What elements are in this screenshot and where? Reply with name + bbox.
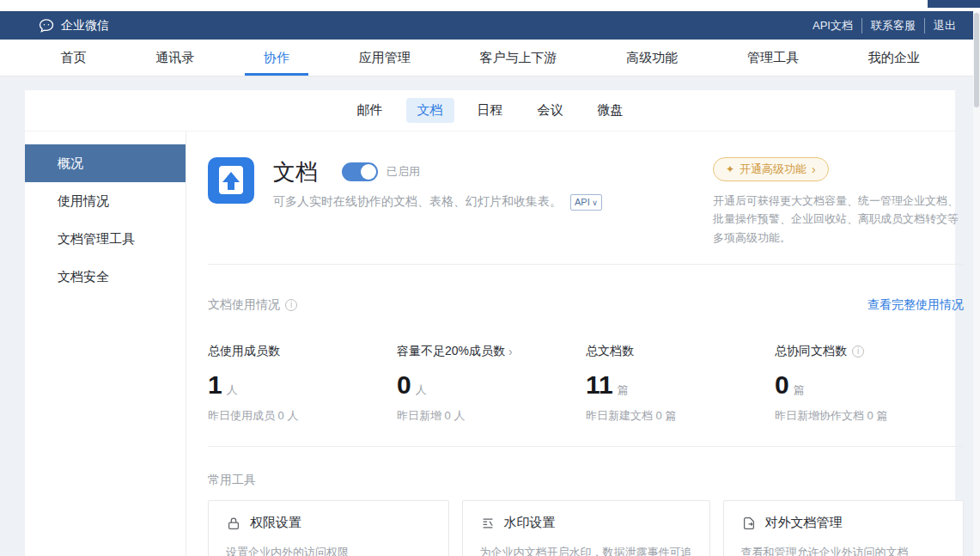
stat-value: 0: [397, 370, 411, 400]
header-link-contact-support[interactable]: 联系客服: [861, 18, 924, 34]
tool-card-description: 查看和管理允许企业外访问的文档: [741, 545, 947, 556]
divider: [208, 264, 964, 265]
nav-item-admin-tools[interactable]: 管理工具: [742, 40, 804, 76]
nav-item-contacts[interactable]: 通讯录: [150, 40, 199, 76]
top-right-corner-block: [928, 0, 980, 8]
main-card: 邮件 文档 日程 会议 微盘 概况 使用情况 文档管理工具 文档安全: [25, 90, 955, 556]
stat-label-text: 总文档数: [586, 344, 634, 359]
tool-card-permissions[interactable]: 权限设置 设置企业内外的访问权限: [208, 500, 449, 556]
toggle-knob-icon: [361, 164, 376, 180]
docs-app-icon: [208, 157, 254, 204]
tool-card-title: 水印设置: [504, 515, 556, 531]
view-full-usage-link[interactable]: 查看完整使用情况: [867, 297, 964, 313]
stat-low-capacity-members: 容量不足20%成员数 0 人 昨日新增 0 人: [397, 343, 586, 424]
stat-total-members: 总使用成员数 1 人 昨日使用成员 0 人: [208, 343, 397, 424]
sidebar-item-doc-security[interactable]: 文档安全: [25, 258, 186, 296]
tool-card-watermark[interactable]: 水印设置 为企业内文档开启水印，数据泄露事件可追: [462, 500, 710, 556]
tools-section-title: 常用工具: [208, 473, 964, 488]
sidebar-item-overview[interactable]: 概况: [25, 144, 186, 182]
header-link-logout[interactable]: 退出: [924, 18, 965, 34]
tool-card-title: 权限设置: [250, 515, 301, 531]
upgrade-description: 开通后可获得更大文档容量、统一管理企业文档、批量操作预警、企业回收站、离职成员文…: [713, 192, 964, 247]
stat-label: 总协同文档数: [775, 343, 964, 360]
nav-item-my-company[interactable]: 我的企业: [863, 40, 925, 76]
watermark-icon: [480, 516, 496, 531]
nav-item-home[interactable]: 首页: [55, 40, 91, 76]
header-links: API文档 联系客服 退出: [804, 18, 965, 34]
enable-toggle[interactable]: [342, 162, 378, 181]
tool-card-external-docs[interactable]: 对外文档管理 查看和管理允许企业外访问的文档: [723, 500, 965, 556]
api-dropdown-tag[interactable]: API: [570, 194, 602, 211]
stat-unit: 人: [227, 382, 238, 398]
tool-card-title: 对外文档管理: [765, 515, 843, 531]
stat-label-link[interactable]: 容量不足20%成员数: [397, 343, 586, 360]
enable-status-label: 已启用: [387, 164, 420, 180]
stat-value: 11: [586, 370, 613, 400]
subtab-docs[interactable]: 文档: [406, 98, 454, 123]
scrollbar-thumb[interactable]: [974, 13, 979, 107]
app-title: 文档: [273, 157, 318, 187]
nav-item-collaboration[interactable]: 协作: [259, 40, 295, 76]
tool-card-description: 为企业内文档开启水印，数据泄露事件可追: [480, 545, 692, 556]
stat-label-text: 总协同文档数: [775, 344, 847, 359]
stat-label: 总使用成员数: [208, 343, 397, 360]
app-description: 可多人实时在线协作的文档、表格、幻灯片和收集表。: [273, 194, 562, 210]
subtab-meeting[interactable]: 会议: [527, 98, 575, 123]
divider: [208, 446, 964, 447]
main-nav: 首页 通讯录 协作 应用管理 客户与上下游 高级功能 管理工具 我的企业: [0, 40, 980, 76]
usage-section-title-text: 文档使用情况: [208, 297, 280, 313]
brand-name: 企业微信: [61, 18, 109, 34]
common-tools: 权限设置 设置企业内外的访问权限 水印设置 为企业内文档开启水印，数据泄露事件可…: [208, 500, 964, 556]
upgrade-button-label: 开通高级功能: [740, 162, 807, 177]
upgrade-button[interactable]: ✦ 开通高级功能: [713, 157, 829, 181]
app-header-bar: 企业微信 API文档 联系客服 退出: [0, 11, 980, 40]
stat-subtext: 昨日新增 0 人: [397, 408, 586, 424]
stat-label: 总文档数: [586, 343, 775, 360]
tools-section-title-text: 常用工具: [208, 473, 256, 488]
stat-label-text: 容量不足20%成员数: [397, 344, 505, 359]
sparkle-icon: ✦: [726, 163, 734, 175]
stat-collaborative-docs: 总协同文档数 0 篇 昨日新增协作文档 0 篇: [775, 343, 964, 424]
page-background: 邮件 文档 日程 会议 微盘 概况 使用情况 文档管理工具 文档安全: [0, 76, 980, 556]
external-doc-icon: [741, 516, 757, 531]
stat-value: 1: [208, 370, 222, 400]
app-summary: 文档 已启用 可多人实时在线协作的文档、表格、幻灯片和收集表。 API: [208, 157, 964, 247]
page-scrollbar[interactable]: [973, 11, 980, 556]
browser-top-strip: [0, 0, 980, 11]
usage-stats: 总使用成员数 1 人 昨日使用成员 0 人 容量不足20%成员数: [208, 343, 964, 424]
nav-item-app-management[interactable]: 应用管理: [354, 40, 416, 76]
tool-card-description: 设置企业内外的访问权限: [226, 545, 431, 556]
sidebar-item-usage[interactable]: 使用情况: [25, 182, 186, 220]
stat-subtext: 昨日使用成员 0 人: [208, 408, 397, 424]
usage-section-title: 文档使用情况: [208, 297, 297, 313]
upgrade-panel: ✦ 开通高级功能 开通后可获得更大文档容量、统一管理企业文档、批量操作预警、企业…: [713, 157, 964, 247]
stat-subtext: 昨日新建文档 0 篇: [586, 408, 775, 424]
subtab-calendar[interactable]: 日程: [466, 98, 514, 123]
subtab-mail[interactable]: 邮件: [346, 98, 394, 123]
docs-sidebar: 概况 使用情况 文档管理工具 文档安全: [25, 131, 186, 556]
stat-unit: 篇: [618, 382, 629, 398]
stat-label-text: 总使用成员数: [208, 344, 280, 359]
wecom-logo-icon: [38, 17, 55, 34]
stat-value: 0: [775, 370, 789, 400]
header-link-api-docs[interactable]: API文档: [804, 18, 861, 34]
brand: 企业微信: [38, 17, 109, 34]
stat-subtext: 昨日新增协作文档 0 篇: [775, 408, 964, 424]
lock-icon: [226, 516, 241, 531]
docs-overview-panel: 文档 已启用 可多人实时在线协作的文档、表格、幻灯片和收集表。 API: [186, 131, 980, 556]
nav-item-advanced-features[interactable]: 高级功能: [621, 40, 683, 76]
collaboration-subtabs: 邮件 文档 日程 会议 微盘: [25, 90, 955, 131]
sidebar-item-doc-tools[interactable]: 文档管理工具: [25, 220, 186, 258]
nav-item-customers[interactable]: 客户与上下游: [474, 40, 562, 76]
info-icon[interactable]: [852, 345, 864, 357]
stat-unit: 人: [416, 382, 427, 398]
stat-unit: 篇: [794, 382, 805, 398]
subtab-drive[interactable]: 微盘: [587, 98, 635, 123]
info-icon[interactable]: [285, 299, 297, 311]
stat-total-docs: 总文档数 11 篇 昨日新建文档 0 篇: [586, 343, 775, 424]
